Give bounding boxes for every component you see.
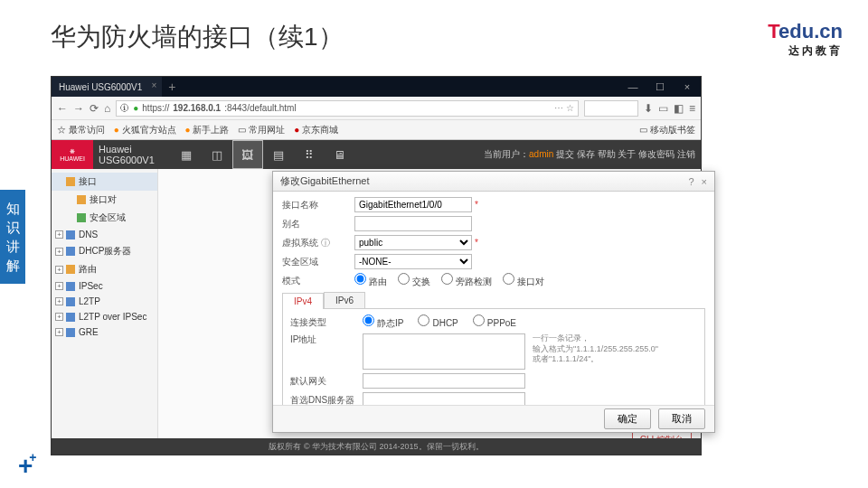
back-icon[interactable]: ← — [57, 102, 68, 115]
nav-item[interactable]: +GRE — [52, 324, 157, 340]
topology-icon[interactable]: ⠿ — [294, 140, 325, 169]
ip-hint: 一行一条记录， 输入格式为"1.1.1.1/255.255.255.0" 或者"… — [533, 333, 658, 365]
zone-select[interactable]: -NONE- — [354, 254, 472, 269]
dns1-input[interactable] — [363, 392, 525, 405]
bookmark-link[interactable]: ● 京东商城 — [294, 124, 338, 136]
nav-item[interactable]: 接口对 — [52, 191, 157, 209]
app-footer: 版权所有 © 华为技术有限公司 2014-2015。保留一切权利。 — [52, 438, 701, 455]
help-icon[interactable]: ? — [688, 176, 693, 187]
device-name: HuaweiUSG6000V1 — [93, 144, 155, 165]
ip-tabs: IPv4 IPv6 — [282, 292, 705, 309]
dialog-title: 修改GigabitEthernet ?× — [273, 172, 714, 192]
nav-item[interactable]: +L2TP — [52, 294, 157, 309]
document-icon[interactable]: ▤ — [263, 140, 294, 169]
sidebar-icon[interactable]: ◧ — [674, 102, 684, 115]
top-links: 当前用户：admin 提交 保存 帮助 关于 修改密码 注销 — [484, 148, 701, 161]
bookmark-link[interactable]: ● 新手上路 — [185, 124, 230, 136]
nav-item[interactable]: +路由 — [52, 260, 157, 278]
mode-radio[interactable] — [398, 273, 410, 285]
lock-icon: ● — [133, 103, 138, 113]
nav-item[interactable]: +DNS — [52, 227, 157, 242]
huawei-logo-icon: ❋HUAWEI — [52, 140, 93, 169]
app-header: ❋HUAWEI HuaweiUSG6000V1 ▦ ◫ 🖼 ▤ ⠿ 🖥 当前用户… — [52, 140, 701, 169]
mode-radio[interactable] — [354, 273, 366, 285]
home-icon[interactable]: ⌂ — [104, 102, 110, 115]
top-link[interactable]: 保存 — [577, 149, 595, 159]
ip-address-input[interactable] — [363, 333, 525, 370]
top-link[interactable]: 帮助 — [598, 149, 616, 159]
nav-item[interactable]: +DHCP服务器 — [52, 242, 157, 260]
close-tab-icon[interactable]: × — [151, 80, 156, 90]
tab-ipv6[interactable]: IPv6 — [324, 292, 365, 308]
url-input[interactable]: 🛈 ● https://192.168.0.1:8443/default.htm… — [116, 100, 579, 117]
cancel-button[interactable]: 取消 — [658, 408, 705, 429]
brand-logo: Tedu.cn 达内教育 — [768, 20, 843, 59]
interface-name-input[interactable] — [354, 197, 472, 212]
close-window-icon[interactable]: × — [674, 81, 701, 93]
gateway-input[interactable] — [363, 373, 525, 389]
main-pane: 🔍 查询 清除查询 状态 Pv4IPv6启用编辑♠♠✎♠♣✎♠♣✎♠♣✎♠♣✎♠… — [158, 169, 701, 455]
nav-item[interactable]: +IPSec — [52, 278, 157, 294]
alias-input[interactable] — [354, 216, 472, 231]
browser-tab-bar: Huawei USG6000V1× + — ☐ × — [52, 77, 701, 97]
top-link[interactable]: 修改密码 — [638, 149, 675, 159]
download-icon[interactable]: ⬇ — [644, 102, 653, 115]
top-link[interactable]: 关于 — [618, 149, 636, 159]
address-bar: ← → ⟳ ⌂ 🛈 ● https://192.168.0.1:8443/def… — [52, 97, 701, 120]
vsys-select[interactable]: public — [354, 235, 472, 250]
conn-radio[interactable] — [363, 314, 374, 326]
forward-icon[interactable]: → — [73, 102, 84, 115]
conn-radio[interactable] — [418, 314, 429, 326]
browser-window: Huawei USG6000V1× + — ☐ × ← → ⟳ ⌂ 🛈 ● ht… — [51, 76, 702, 455]
side-tab: 知识讲解 — [0, 190, 25, 284]
minimize-icon[interactable]: — — [619, 81, 646, 93]
mobile-bookmarks[interactable]: ▭ 移动版书签 — [639, 124, 695, 136]
top-link[interactable]: 提交 — [556, 149, 574, 159]
new-tab-button[interactable]: + — [162, 80, 182, 94]
system-icon[interactable]: 🖥 — [325, 140, 355, 169]
nav-item[interactable]: +L2TP over IPSec — [52, 309, 157, 324]
image-icon[interactable]: 🖼 — [232, 140, 263, 169]
mode-radio[interactable] — [441, 273, 453, 285]
browser-tab[interactable]: Huawei USG6000V1× — [52, 77, 162, 97]
slide-title: 华为防火墙的接口（续1） — [51, 20, 344, 54]
conn-radio[interactable] — [473, 314, 485, 326]
ok-button[interactable]: 确定 — [604, 408, 651, 429]
bookmark-link[interactable]: ☆ 最常访问 — [57, 124, 105, 136]
bookmarks-bar: ☆ 最常访问 ● 火狐官方站点 ● 新手上路 ▭ 常用网址 ● 京东商城 ▭ 移… — [52, 120, 701, 140]
maximize-icon[interactable]: ☐ — [646, 81, 674, 93]
top-link[interactable]: 注销 — [677, 149, 695, 159]
left-nav: 接口接口对安全区域+DNS+DHCP服务器+路由+IPSec+L2TP+L2TP… — [52, 169, 158, 455]
close-dialog-icon[interactable]: × — [702, 176, 707, 187]
tab-ipv4[interactable]: IPv4 — [282, 293, 324, 309]
nav-item[interactable]: 安全区域 — [52, 209, 157, 227]
dashboard-icon[interactable]: ▦ — [171, 140, 202, 169]
library-icon[interactable]: ▭ — [658, 102, 668, 115]
reload-icon[interactable]: ⟳ — [90, 102, 99, 115]
shield-icon: 🛈 — [120, 103, 129, 113]
bookmark-link[interactable]: ● 火狐官方站点 — [114, 124, 176, 136]
search-input[interactable] — [584, 100, 638, 117]
corner-plus-icon: ++ — [18, 452, 41, 481]
nav-item[interactable]: 接口 — [52, 173, 157, 191]
monitor-icon[interactable]: ◫ — [202, 140, 232, 169]
mode-radio[interactable] — [503, 273, 514, 285]
menu-icon[interactable]: ≡ — [689, 102, 695, 115]
edit-interface-dialog: 修改GigabitEthernet ?× 接口名称* 别名 虚拟系统 ⓘpubl… — [272, 171, 715, 433]
bookmark-link[interactable]: ▭ 常用网址 — [238, 124, 285, 136]
